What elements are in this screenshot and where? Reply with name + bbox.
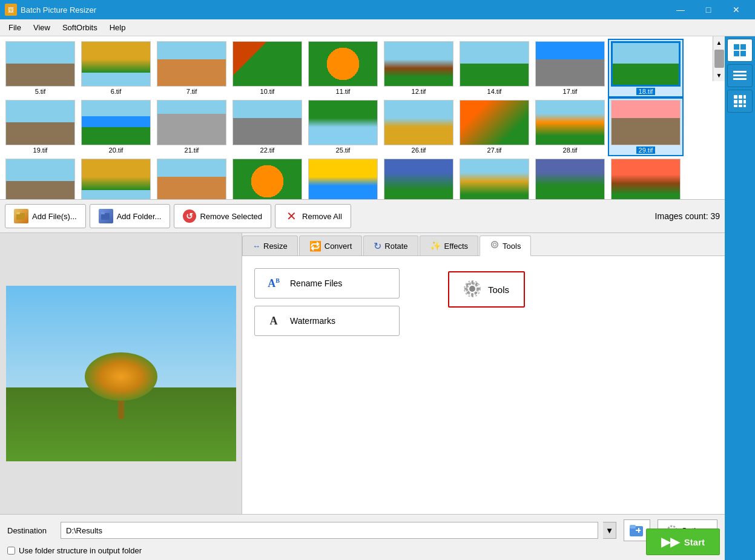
svg-rect-33 <box>743 100 746 104</box>
gallery-item-27tif[interactable]: 27.tif <box>457 97 532 156</box>
tab-convert[interactable]: 🔁 Convert <box>299 236 363 255</box>
gallery-item-35tif[interactable]: 35.tif <box>229 156 305 199</box>
gallery-item-26tif[interactable]: 26.tif <box>381 97 457 156</box>
gallery-item-30tif[interactable]: 30.tif <box>2 156 78 199</box>
folder-structure-checkbox[interactable] <box>7 547 15 555</box>
gallery-item-29tif[interactable]: 29.tif <box>608 97 684 156</box>
label-11tif: 11.tif <box>336 88 351 95</box>
sidebar-grid-view[interactable] <box>727 90 753 113</box>
menu-view[interactable]: View <box>27 21 56 35</box>
gallery-item-28tif[interactable]: 28.tif <box>532 97 608 156</box>
gallery-item-40tif[interactable]: 40.tif <box>532 156 608 199</box>
svg-rect-25 <box>733 71 747 73</box>
sidebar-thumbnail-view[interactable] <box>727 39 753 62</box>
rename-files-button[interactable]: AB Rename Files <box>254 268 400 298</box>
thumb-30tif <box>5 159 75 199</box>
svg-rect-24 <box>740 51 746 56</box>
gallery-item-33tif[interactable]: 33.tif <box>154 156 229 199</box>
gallery-item-32tif[interactable]: 32.tif <box>78 156 154 199</box>
thumb-20tif <box>81 100 151 145</box>
menu-help[interactable]: Help <box>104 21 132 35</box>
tabs-panel: ↔ Resize 🔁 Convert ↻ Rotate ✨ Effects <box>242 233 725 514</box>
tools-gear-icon <box>464 280 481 299</box>
folder-icon <box>630 524 644 537</box>
gallery-item-39tif[interactable]: 39.tif <box>457 156 532 199</box>
label-26tif: 26.tif <box>412 147 426 154</box>
remove-selected-button[interactable]: ↺ Remove Selected <box>174 204 271 228</box>
gallery-item-19tif[interactable]: 19.tif <box>2 97 78 156</box>
minimize-button[interactable]: — <box>667 0 694 19</box>
svg-rect-32 <box>739 100 742 104</box>
add-folder-button[interactable]: Add Folder... <box>90 204 171 228</box>
label-19tif: 19.tif <box>33 147 48 154</box>
start-button[interactable]: ▶▶ Start <box>646 529 720 555</box>
gallery-item-14tif[interactable]: 14.tif <box>457 39 532 97</box>
thumb-39tif <box>460 159 529 199</box>
tree-canopy <box>85 352 157 401</box>
remove-all-button[interactable]: ✕ Remove All <box>275 204 351 228</box>
thumb-autumnlake <box>611 159 681 199</box>
scroll-up[interactable]: ▲ <box>713 36 725 48</box>
menu-file[interactable]: File <box>2 21 27 35</box>
gallery-item-37tif[interactable]: 37.tif <box>305 156 381 199</box>
preview-image <box>6 286 236 461</box>
gallery-item-7tif[interactable]: 7.tif <box>154 39 229 97</box>
maximize-button[interactable]: □ <box>694 0 722 19</box>
gallery-item-25tif[interactable]: 25.tif <box>305 97 381 156</box>
thumb-29tif <box>611 100 681 145</box>
watermarks-icon: A <box>265 315 283 328</box>
svg-rect-16 <box>630 525 636 529</box>
close-button[interactable]: ✕ <box>722 0 750 19</box>
gallery-item-18tif[interactable]: 18.tif <box>608 39 684 97</box>
gallery-item-20tif[interactable]: 20.tif <box>78 97 154 156</box>
svg-rect-23 <box>734 51 739 56</box>
gallery-scroll[interactable]: 5.tif 6.tif 7.tif 10.tif <box>0 36 713 199</box>
gallery-item-6tif[interactable]: 6.tif <box>78 39 154 97</box>
gallery-item-12tif[interactable]: 12.tif <box>381 39 457 97</box>
destination-dropdown-button[interactable]: ▼ <box>603 522 616 539</box>
gallery-item-21tif[interactable]: 21.tif <box>154 97 229 156</box>
svg-rect-28 <box>734 95 737 99</box>
gallery-item-10tif[interactable]: 10.tif <box>229 39 305 97</box>
svg-rect-36 <box>743 105 746 107</box>
rotate-icon: ↻ <box>374 240 381 252</box>
tab-tools[interactable]: Tools <box>480 236 531 256</box>
svg-rect-9 <box>464 288 467 289</box>
label-14tif: 14.tif <box>487 88 502 95</box>
app-title: Batch Picture Resizer <box>21 5 96 15</box>
thumb-7tif <box>157 41 226 87</box>
tab-resize[interactable]: ↔ Resize <box>242 236 298 255</box>
add-files-button[interactable]: Add File(s)... <box>5 204 86 228</box>
tab-resize-label: Resize <box>263 242 288 251</box>
svg-point-4 <box>469 286 475 292</box>
label-20tif: 20.tif <box>109 147 124 154</box>
label-25tif: 25.tif <box>336 147 351 154</box>
toolbar: Add File(s)... Add Folder... ↺ Remove Se… <box>0 200 725 233</box>
svg-rect-35 <box>739 105 742 107</box>
gallery-item-autumnlake[interactable]: autumn lake.tif <box>608 156 684 199</box>
right-sidebar <box>725 36 755 560</box>
sidebar-list-view[interactable] <box>727 64 753 87</box>
tab-rotate[interactable]: ↻ Rotate <box>363 236 418 255</box>
svg-rect-30 <box>743 95 746 99</box>
titlebar-left: 🖼 Batch Picture Resizer <box>5 4 96 16</box>
thumb-22tif <box>232 100 302 145</box>
destination-input[interactable] <box>61 522 598 539</box>
svg-rect-26 <box>733 74 747 76</box>
gallery-item-38tif[interactable]: 38.tif <box>381 156 457 199</box>
thumb-35tif <box>232 159 302 199</box>
watermarks-button[interactable]: A Watermarks <box>254 306 400 336</box>
gallery-item-22tif[interactable]: 22.tif <box>229 97 305 156</box>
svg-rect-10 <box>477 288 480 289</box>
images-count: Images count: 39 <box>655 211 720 221</box>
gallery-item-5tif[interactable]: 5.tif <box>2 39 78 97</box>
tab-effects[interactable]: ✨ Effects <box>420 236 479 255</box>
tools-button[interactable]: Tools <box>448 271 525 308</box>
scroll-down[interactable]: ▼ <box>713 69 725 81</box>
menu-softorbits[interactable]: SoftOrbits <box>56 21 104 35</box>
app-icon: 🖼 <box>5 4 17 16</box>
gallery-item-17tif[interactable]: 17.tif <box>532 39 608 97</box>
thumb-11tif <box>308 41 378 87</box>
scroll-thumb[interactable] <box>714 50 724 68</box>
gallery-item-11tif[interactable]: 11.tif <box>305 39 381 97</box>
